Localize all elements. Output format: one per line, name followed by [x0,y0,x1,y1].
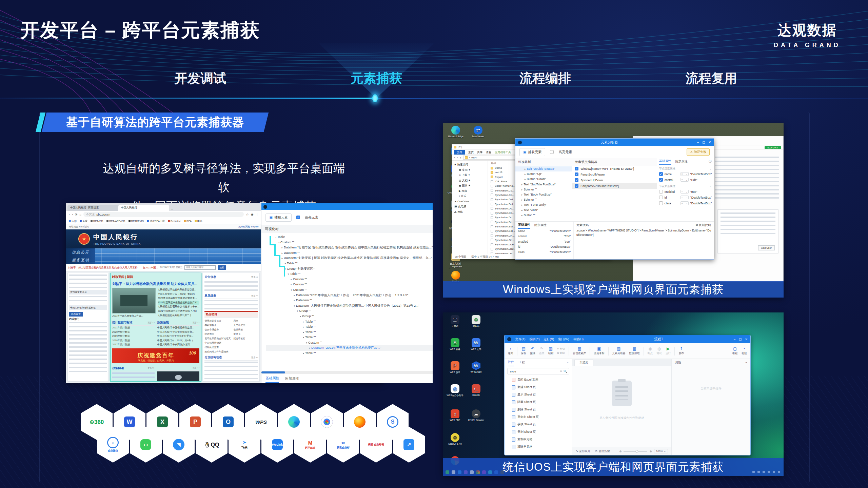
uos-icon-computer[interactable]: 🖵计算机 [444,315,466,328]
widget-item[interactable]: 隐藏 Sheet 页 [512,399,572,406]
sidebar-quick-access[interactable]: ★ 快速访问 [454,162,488,167]
policy-item[interactable]: 中国人民银行 中国银行保险监督... [157,326,200,330]
hot-item[interactable]: 纪念币发行 [233,336,245,341]
hot-item[interactable]: 货币政策委员会讨论论文 [204,336,231,341]
tab-main-flow[interactable]: 主流程 [574,360,593,366]
sidebar-music[interactable]: ♪ 音乐 [454,194,488,199]
sidebar-videos[interactable]: ▶ 视频 [454,188,488,194]
widget-item[interactable]: 复制 Sheet 页 [512,428,572,436]
news-item[interactable]: 人民银行党委召开会议 传达学习中央... [158,305,199,309]
hot-item[interactable]: 货币政策委员会 [204,319,231,323]
uos-icon-shell-script[interactable]: ›_icon.sh [465,384,487,396]
prop-row[interactable]: ✓name=⌄"DoubleTextBox" [659,171,712,177]
widget-item[interactable]: 重命名 Sheet 页 [512,413,572,421]
tree-row[interactable]: ▸Spinner "" [515,187,572,192]
widget-item[interactable]: 删除 Sheet 页 [512,406,572,413]
left-menu-tag[interactable]: 机构设置 [69,312,83,317]
stats-item[interactable]: 2017年统计数据 [112,343,155,347]
node-row[interactable]: ✓Spinner.UpDown [572,177,657,183]
widget-item[interactable]: 获取 Sheet 页 [512,421,572,428]
tree-row[interactable]: ▸Text "Arial" [515,208,572,213]
sidebar-onedrive[interactable]: ☁ OneDrive [454,199,488,204]
hot-item[interactable]: 中国钱币博物馆 [204,341,231,345]
collapse-icon[interactable]: ⌄ [709,185,712,188]
menu-file[interactable]: 文件(F) [515,337,526,342]
node-row[interactable]: ✓Window[name="WPF THEME STUDIO"] [572,166,657,171]
hot-item[interactable]: 公开市场业务 [204,327,231,332]
tree-row[interactable]: ▸Button "Up" [515,171,572,177]
more-link[interactable]: 更多>> [147,367,155,370]
ribbon-tab-file[interactable]: 文件 [454,150,465,155]
tab-basic-props[interactable]: 基础属性 [518,222,530,229]
close-icon[interactable]: ✕ [708,141,711,144]
hot-item[interactable]: 统计数据 [204,332,231,336]
bookmark-item[interactable]: 达观RPA下载 [147,220,165,223]
zoom-in-icon[interactable]: ⊕ [649,450,652,453]
tool-save[interactable]: ▤保存 [521,347,527,355]
uos-icon-wps-helper[interactable]: ◎WPS办公小助手 [444,384,466,397]
browser-tab-2[interactable]: 中国人民银行 [118,205,169,211]
tab-element-capture[interactable]: 元素捕获 [351,70,402,87]
hot-item[interactable]: 政府网站工作年度报表 [204,349,231,354]
bookmark-item[interactable]: RPA [184,220,192,223]
menu-help[interactable]: 帮助(H) [573,337,584,342]
dialog-highlight-checkbox[interactable]: ✓ [550,150,554,154]
news-item[interactable]: 2021中国金融学会学术年会线上召开 [158,309,199,313]
forward-icon[interactable]: › [457,156,458,159]
sidebar-pictures[interactable]: ▣ 图片 ✦ [454,183,488,188]
element-code[interactable]: :scope > Window[name="WPF THEME STUDIO"]… [576,228,711,237]
widget-item[interactable]: 复制单元格 [512,436,572,443]
zoom-out-icon[interactable]: ⊖ [619,450,622,453]
widget-item[interactable]: 清除单元格 [512,443,572,451]
reload-icon[interactable]: ⟳ [75,213,78,216]
sidebar-service-interaction[interactable]: 服务互动 [66,256,95,264]
stats-item[interactable]: 2019年统计数据 [112,334,155,339]
menu-run[interactable]: 运行(R) [544,337,554,342]
news-item[interactable]: 2020年度金融科技发展奖评审结果... [158,296,199,301]
node-row-highlighted[interactable]: ✓Edit[name="DoubleTextBox"] [572,183,657,189]
tool-cut-copy[interactable]: ✂ 剪切⧉ 复制 [557,347,565,355]
uos-icon-wps-2019[interactable]: WWPS 2019 [465,361,487,373]
back-icon[interactable]: ‹ [454,156,455,159]
widget-item[interactable]: 新建 Sheet 页 [512,384,572,391]
tab-extra-props[interactable]: 附加属性 [285,376,299,381]
tool-record[interactable]: ▣流程录制 [594,347,604,355]
left-menu-header-2[interactable]: 中国人民银行纪检监察组 [69,305,107,310]
add-user-button[interactable]: Add User [758,245,775,250]
bookmark-item[interactable]: 电商 [195,220,202,223]
hot-item[interactable]: 行政执法监督 [204,345,231,349]
tab-extra-props[interactable]: 附加属性 [534,223,547,227]
left-menu-header-1[interactable]: 货币政策委员会 [69,290,107,294]
tree-row[interactable]: ▸Table "" [266,319,433,325]
menu-window[interactable]: 窗口(W) [558,337,569,342]
site-links-left[interactable]: 网站地图 RSS订阅 [69,225,88,228]
tree-row[interactable]: ▸Text "SubTitle FontSize" [515,182,572,187]
tree-row[interactable]: ▸DataItem "2021年中国人民银行工作会... 2021年中国人民银行… [266,293,433,298]
close-icon[interactable]: ✕ [745,338,748,341]
horizontal-scrollbar[interactable] [261,371,433,374]
tree-row-selected[interactable]: ▸DataItem "2021年三季度末金融业机构总资产37..." [266,345,433,351]
site-search-input[interactable]: 请输入搜索关键字 [184,265,216,270]
forward-icon[interactable]: › [72,213,73,216]
tree-row[interactable]: ▾Table "" [266,335,433,340]
tool-manage-deps[interactable]: ▦管理依赖库 [573,347,586,355]
policy-item[interactable]: 中国人民银行 中国银行保险监督... [157,330,200,334]
tree-row[interactable]: ▸Spinner "" [515,197,572,202]
desktop-icon-edge[interactable]: Microsoft Edge [445,126,467,138]
more-link[interactable]: 更多>> [251,356,258,359]
prop-row[interactable]: ✓id=⌄"DoubleTextBox" [659,195,712,200]
tool-community[interactable]: ◔社区 [742,347,747,355]
expand-panel-icon[interactable]: » [745,361,747,364]
widget-search-input[interactable] [509,369,558,373]
sidebar-desktop[interactable]: ▦ 桌面 ✦ [454,167,488,173]
video-thumbnail[interactable] [157,371,200,382]
copy-code-button[interactable]: ⧉ 复制代码 [696,223,711,227]
news-item[interactable]: 人民银行副行长刘桂平出席二十... [158,313,199,318]
uos-icon-wps-sheet[interactable]: SWPS 表格 [444,338,466,351]
tree-row[interactable]: ▸Custom "" [266,282,433,287]
tool-data-scrape[interactable]: ▩数据抓取 [629,347,640,355]
photo-caption[interactable]: 2021年中国人民银行工作会... [112,314,156,318]
tree-row[interactable]: ▸Table "" [266,330,433,335]
browser-tab-1[interactable]: 中国人民银行_百度搜索 [67,205,118,211]
flow-canvas[interactable]: 从左侧控件区拖拽操作控件到此处 [572,366,671,447]
